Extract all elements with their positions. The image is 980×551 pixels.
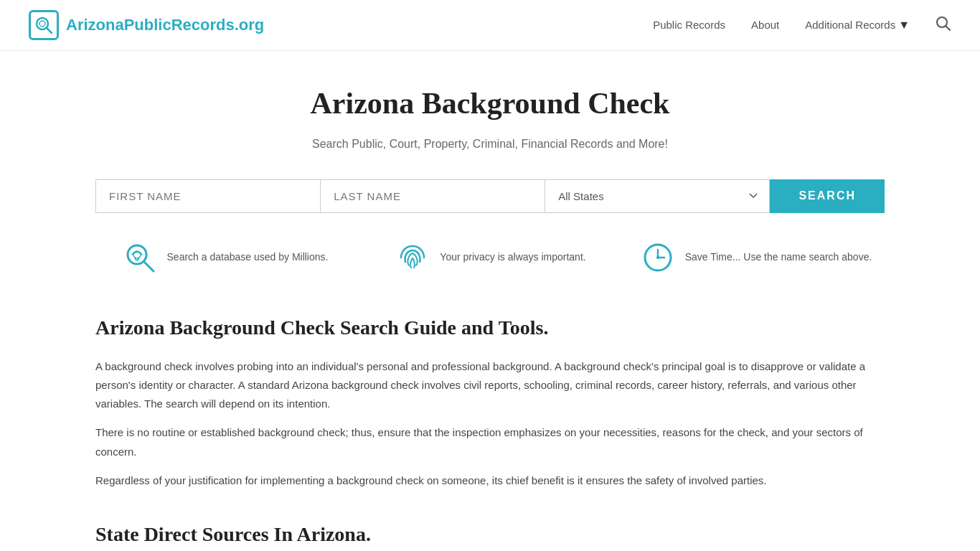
svg-point-11 [656, 256, 659, 259]
svg-line-4 [946, 26, 951, 30]
hero-section: Arizona Background Check Search Public, … [95, 80, 885, 154]
svg-line-1 [47, 28, 52, 33]
nav-additional-records-label[interactable]: Additional Records [805, 17, 895, 34]
site-logo[interactable]: ArizonaPublicRecords.org [29, 10, 264, 40]
search-database-icon [121, 239, 159, 276]
feature-privacy: Your privacy is always important. [361, 239, 619, 276]
last-name-input[interactable] [321, 179, 545, 213]
hero-subtitle: Search Public, Court, Property, Criminal… [95, 135, 885, 154]
guide-paragraph-3: Regardless of your justification for imp… [95, 471, 885, 490]
state-sources-heading: State Direct Sources In Arizona. [95, 519, 885, 551]
state-sources-section: State Direct Sources In Arizona. Crimina… [95, 519, 885, 551]
fingerprint-icon [394, 239, 431, 276]
clock-icon [639, 239, 677, 276]
main-nav: Public Records About Additional Records … [653, 16, 951, 35]
logo-icon [29, 10, 59, 40]
features-row: Search a database used by Millions. Your… [95, 239, 885, 276]
svg-line-6 [144, 262, 154, 271]
feature-database: Search a database used by Millions. [95, 239, 354, 276]
nav-additional-records-dropdown[interactable]: Additional Records ▼ [805, 16, 910, 34]
guide-heading: Arizona Background Check Search Guide an… [95, 312, 885, 344]
svg-point-2 [39, 21, 45, 27]
feature-database-text: Search a database used by Millions. [167, 250, 329, 265]
chevron-down-icon: ▼ [898, 16, 910, 34]
logo-text: ArizonaPublicRecords.org [66, 12, 264, 37]
nav-about[interactable]: About [751, 17, 779, 34]
header-search-icon[interactable] [936, 16, 951, 35]
nav-public-records[interactable]: Public Records [653, 17, 725, 34]
state-select[interactable]: All States Alabama Alaska Arizona Arkans… [545, 179, 770, 213]
feature-time: Save Time... Use the name search above. [626, 239, 885, 276]
guide-paragraph-2: There is no routine or established backg… [95, 423, 885, 461]
first-name-input[interactable] [95, 179, 321, 213]
search-button[interactable]: SEARCH [770, 179, 885, 213]
feature-time-text: Save Time... Use the name search above. [685, 250, 872, 265]
search-form: All States Alabama Alaska Arizona Arkans… [95, 179, 885, 213]
page-title: Arizona Background Check [95, 80, 885, 128]
feature-privacy-text: Your privacy is always important. [440, 250, 585, 265]
guide-section: Arizona Background Check Search Guide an… [95, 312, 885, 490]
guide-paragraph-1: A background check involves probing into… [95, 357, 885, 414]
